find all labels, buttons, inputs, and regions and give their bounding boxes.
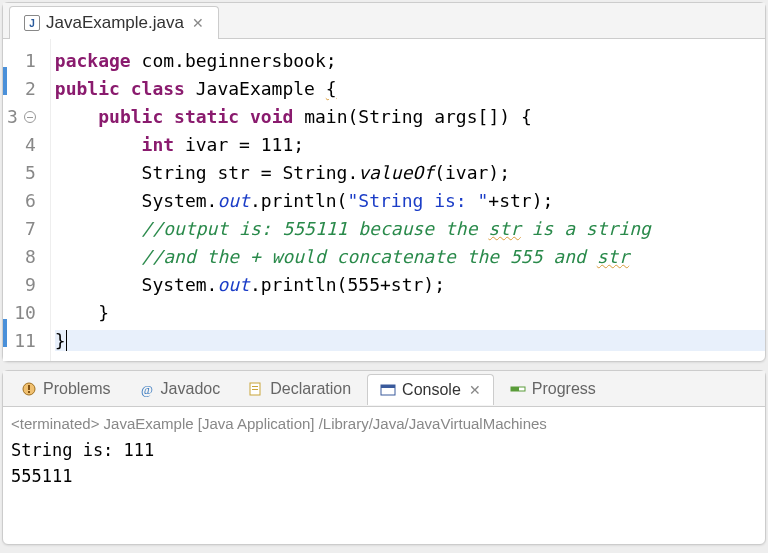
tab-problems[interactable]: Problems <box>9 374 123 404</box>
code-line[interactable]: System.out.println("String is: "+str); <box>55 187 765 215</box>
view-tab-bar: Problems @ Javadoc Declaration Console ✕ <box>3 371 765 407</box>
code-line[interactable]: } <box>55 327 765 355</box>
line-number: 4 <box>7 131 44 159</box>
javadoc-icon: @ <box>139 381 155 397</box>
svg-rect-10 <box>511 387 519 391</box>
svg-text:@: @ <box>141 382 153 397</box>
tab-label: Problems <box>43 380 111 398</box>
code-line[interactable]: String str = String.valueOf(ivar); <box>55 159 765 187</box>
console-line: 555111 <box>11 463 757 489</box>
editor-tab-label: JavaExample.java <box>46 13 184 33</box>
code-line[interactable]: public static void main(String args[]) { <box>55 103 765 131</box>
tab-declaration[interactable]: Declaration <box>236 374 363 404</box>
tab-progress[interactable]: Progress <box>498 374 608 404</box>
svg-rect-2 <box>28 391 30 393</box>
editor-tab-bar: J JavaExample.java ✕ <box>3 3 765 39</box>
code-line[interactable]: System.out.println(555+str); <box>55 271 765 299</box>
console-line: String is: 111 <box>11 437 757 463</box>
code-line[interactable]: int ivar = 111; <box>55 131 765 159</box>
code-line[interactable]: //output is: 555111 because the str is a… <box>55 215 765 243</box>
line-number: 3 <box>7 103 44 131</box>
svg-rect-8 <box>381 385 395 388</box>
code-line[interactable]: //and the + would concatenate the 555 an… <box>55 243 765 271</box>
close-icon[interactable]: ✕ <box>192 15 204 31</box>
line-number: 8 <box>7 243 44 271</box>
code-line[interactable]: } <box>55 299 765 327</box>
fold-icon[interactable] <box>24 111 36 123</box>
svg-rect-1 <box>28 385 30 390</box>
code-line[interactable]: public class JavaExample { <box>55 75 765 103</box>
svg-rect-5 <box>252 386 258 387</box>
tab-label: Console <box>402 381 461 399</box>
progress-icon <box>510 381 526 397</box>
console-output[interactable]: <terminated> JavaExample [Java Applicati… <box>3 407 765 544</box>
line-number: 7 <box>7 215 44 243</box>
line-number: 2 <box>7 75 44 103</box>
console-status: <terminated> JavaExample [Java Applicati… <box>11 411 757 437</box>
declaration-icon <box>248 381 264 397</box>
line-number: 9 <box>7 271 44 299</box>
java-file-icon: J <box>24 15 40 31</box>
gutter: 1234567891011 <box>7 39 51 361</box>
line-number: 6 <box>7 187 44 215</box>
tab-console[interactable]: Console ✕ <box>367 374 494 405</box>
svg-rect-6 <box>252 389 258 390</box>
code-area[interactable]: 1234567891011 package com.beginnersbook;… <box>3 39 765 361</box>
editor-panel: J JavaExample.java ✕ 1234567891011 packa… <box>2 2 766 362</box>
tab-label: Progress <box>532 380 596 398</box>
console-icon <box>380 382 396 398</box>
code-lines[interactable]: package com.beginnersbook;public class J… <box>51 39 765 361</box>
tab-javadoc[interactable]: @ Javadoc <box>127 374 233 404</box>
editor-tab[interactable]: J JavaExample.java ✕ <box>9 6 219 39</box>
line-number: 1 <box>7 47 44 75</box>
line-number: 5 <box>7 159 44 187</box>
tab-label: Declaration <box>270 380 351 398</box>
line-number: 10 <box>7 299 44 327</box>
bottom-panel: Problems @ Javadoc Declaration Console ✕ <box>2 370 766 545</box>
close-icon[interactable]: ✕ <box>469 382 481 398</box>
tab-label: Javadoc <box>161 380 221 398</box>
code-line[interactable]: package com.beginnersbook; <box>55 47 765 75</box>
line-number: 11 <box>7 327 44 355</box>
problems-icon <box>21 381 37 397</box>
